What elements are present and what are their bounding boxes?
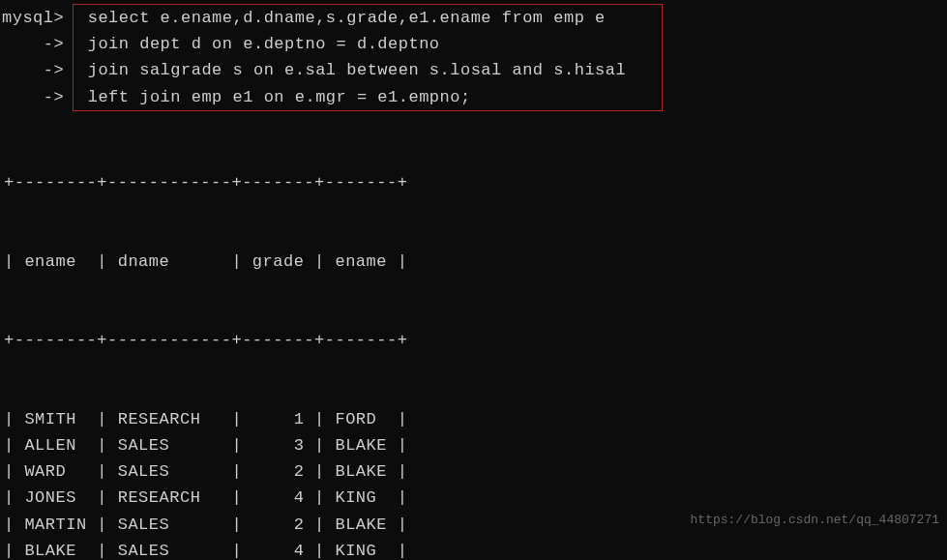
result-table: +--------+------------+-------+-------+ … (0, 117, 947, 560)
table-row: | WARD | SALES | 2 | BLAKE | (4, 458, 947, 485)
table-header-border: +--------+------------+-------+-------+ (4, 327, 947, 353)
continuation-prompt: -> (2, 84, 64, 110)
sql-text-4: left join emp e1 on e.mgr = e1.empno; (77, 84, 471, 110)
sql-line-4: -> left join emp e1 on e.mgr = e1.empno; (77, 84, 658, 110)
sql-line-1: mysql> select e.ename,d.dname,s.grade,e1… (77, 5, 658, 31)
continuation-prompt: -> (2, 31, 64, 57)
watermark-text: https://blog.csdn.net/qq_44807271 (691, 511, 939, 531)
sql-line-2: -> join dept d on e.deptno = d.deptno (77, 31, 658, 57)
sql-text-2: join dept d on e.deptno = d.deptno (77, 31, 440, 57)
sql-query-box: mysql> select e.ename,d.dname,s.grade,e1… (73, 4, 663, 111)
table-row: | JONES | RESEARCH | 4 | KING | (4, 485, 947, 511)
table-top-border: +--------+------------+-------+-------+ (4, 169, 947, 195)
sql-text-1: select e.ename,d.dname,s.grade,e1.ename … (77, 5, 606, 31)
sql-line-3: -> join salgrade s on e.sal between s.lo… (77, 57, 658, 83)
continuation-prompt: -> (2, 57, 64, 83)
table-row: | ALLEN | SALES | 3 | BLAKE | (4, 432, 947, 458)
sql-text-3: join salgrade s on e.sal between s.losal… (77, 57, 626, 83)
table-row: | SMITH | RESEARCH | 1 | FORD | (4, 406, 947, 432)
table-row: | BLAKE | SALES | 4 | KING | (4, 538, 947, 560)
table-header: | ename | dname | grade | ename | (4, 249, 947, 275)
mysql-prompt: mysql> (2, 5, 64, 31)
